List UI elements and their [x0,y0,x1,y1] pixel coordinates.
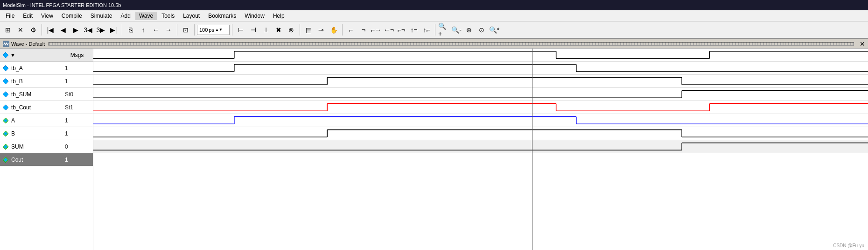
signal-row-tb-a[interactable]: tb_A 1 [0,62,93,75]
toolbar-btn-wave2[interactable]: ⊸ [315,24,327,36]
wave-row-cout [93,140,868,153]
toolbar-btn-next-ev[interactable]: ▶ [70,24,82,36]
time-value: 100 [199,27,208,33]
toolbar-btn-up[interactable]: ↑ [137,24,149,36]
menu-compile[interactable]: Compile [58,12,86,20]
menubar: File Edit View Compile Simulate Add Wave… [0,10,868,21]
toolbar-btn-right[interactable]: → [162,24,175,36]
toolbar-btn-zoom-custom[interactable]: 🔍* [488,24,500,36]
menu-bookmarks[interactable]: Bookmarks [204,12,240,20]
wave-row-sum [93,127,868,140]
toolbar-group-6: ▤ ⊸ ✋ [302,24,340,36]
sep-1 [42,24,42,36]
sep-3 [177,24,177,36]
signal-icon-sum [2,143,9,150]
menu-view[interactable]: View [37,12,57,20]
toolbar-btn-edge2[interactable]: ¬ [357,24,370,36]
menu-window[interactable]: Window [241,12,268,20]
toolbar: ⊞ ✕ ⚙ |◀ ◀ ▶ 3◀ 3▶ ▶| ⎘ ↑ ← → ⊡ 100 ps ▲… [0,21,868,38]
toolbar-btn-gear[interactable]: ⚙ [27,24,39,36]
wave-svg-tb-cout [93,88,868,100]
header-dropdown-arrow[interactable]: ▼ [10,52,15,58]
signal-icon-b [2,130,9,137]
toolbar-btn-start[interactable]: |◀ [44,24,56,36]
toolbar-btn-edge6[interactable]: ↑¬ [408,24,420,36]
toolbar-btn-align-left[interactable]: ⊢ [235,24,247,36]
signal-rows: tb_A 1 tb_B 1 tb_SUM St0 [0,62,93,250]
signal-row-a[interactable]: A 1 [0,114,93,127]
toolbar-btn-edge4[interactable]: ←¬ [383,24,395,36]
toolbar-group-1: ⊞ ✕ ⚙ [2,24,39,36]
signal-name-a: A [11,117,63,124]
sep-4 [194,24,195,36]
signal-name-b: B [11,130,63,137]
signal-name-sum: SUM [11,143,63,150]
signal-name-tb-sum: tb_SUM [11,91,63,98]
signal-row-b[interactable]: B 1 [0,127,93,140]
toolbar-btn-zoom-in-ev[interactable]: 3◀ [82,24,94,36]
cursor-line[interactable] [532,49,532,250]
toolbar-btn-select[interactable]: ⊞ [2,24,14,36]
sep-2 [122,24,122,36]
toolbar-btn-align-down[interactable]: ⊥ [260,24,272,36]
sep-8 [435,24,435,36]
menu-tools[interactable]: Tools [158,12,178,20]
toolbar-btn-edge1[interactable]: ⌐ [345,24,357,36]
toolbar-btn-zoom-out-ev[interactable]: 3▶ [95,24,107,36]
menu-wave[interactable]: Wave [135,12,157,20]
toolbar-btn-zoom-full[interactable]: ⊕ [463,24,475,36]
wave-row-tb-cout [93,88,868,101]
wave-svg-cout [93,140,868,153]
signal-row-tb-cout[interactable]: tb_Cout St1 [0,101,93,114]
msgs-header-label: Msgs [63,52,91,58]
wave-close-btn[interactable]: ✕ [860,40,865,48]
time-spinner[interactable]: ▲▼ [215,28,223,32]
time-input-container[interactable]: 100 ps ▲▼ [197,25,230,35]
toolbar-btn-copy[interactable]: ⎘ [125,24,137,36]
signal-row-sum[interactable]: SUM 0 [0,140,93,153]
menu-simulate[interactable]: Simulate [87,12,116,20]
wave-row-tb-b [93,62,868,75]
toolbar-btn-stop[interactable]: ⊗ [285,24,297,36]
signal-icon-cout [2,156,9,164]
time-unit: ps [209,27,214,33]
signal-header-icon-group: ▼ [2,51,15,59]
menu-edit[interactable]: Edit [19,12,36,20]
signal-row-tb-b[interactable]: tb_B 1 [0,75,93,88]
toolbar-btn-zoom-1[interactable]: ⊙ [476,24,488,36]
wave-row-a [93,101,868,114]
wave-title-scrollbar[interactable] [49,42,854,46]
signal-row-cout[interactable]: Cout 1 [0,153,93,166]
signal-name-cout: Cout [11,157,63,163]
signal-name-tb-b: tb_B [11,78,63,85]
watermark: CSDN @Fu-yu [833,243,864,248]
toolbar-btn-end[interactable]: ▶| [107,24,119,36]
toolbar-btn-zoom-in[interactable]: 🔍+ [438,24,450,36]
wave-row-tb-a [93,49,868,62]
toolbar-btn-left[interactable]: ← [150,24,162,36]
toolbar-btn-x[interactable]: ✕ [14,24,27,36]
menu-add[interactable]: Add [117,12,134,20]
titlebar: ModelSim - INTEL FPGA STARTER EDITION 10… [0,0,868,10]
toolbar-btn-edge3[interactable]: ⌐→ [370,24,382,36]
toolbar-btn-edge5[interactable]: ⌐¬ [395,24,407,36]
toolbar-group-2: |◀ ◀ ▶ 3◀ 3▶ ▶| [44,24,119,36]
menu-layout[interactable]: Layout [179,12,203,20]
svg-marker-2 [3,65,8,71]
signal-row-tb-sum[interactable]: tb_SUM St0 [0,88,93,101]
svg-marker-3 [3,79,8,84]
toolbar-btn-align-right[interactable]: ⊣ [247,24,259,36]
toolbar-btn-prev[interactable]: ◀ [57,24,69,36]
toolbar-btn-delete-wave[interactable]: ✖ [273,24,285,36]
waveform-panel[interactable]: CSDN @Fu-yu [93,49,868,250]
menu-file[interactable]: File [2,12,18,20]
signal-name-tb-a: tb_A [11,65,63,71]
toolbar-btn-zoom-out[interactable]: 🔍- [450,24,462,36]
toolbar-btn-edge7[interactable]: ↑⌐ [420,24,433,36]
wave-content: ▼ Msgs tb_A 1 [0,49,868,250]
toolbar-btn-snap[interactable]: ⊡ [180,24,192,36]
toolbar-btn-wave1[interactable]: ▤ [302,24,315,36]
wave-title-icon [3,41,9,47]
toolbar-btn-hand[interactable]: ✋ [328,24,340,36]
menu-help[interactable]: Help [269,12,288,20]
